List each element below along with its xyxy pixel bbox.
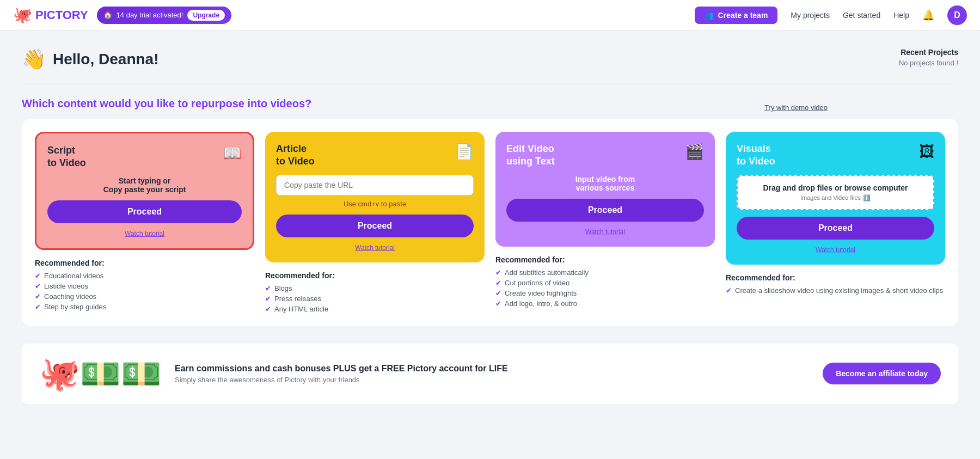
card-script-title: Script to Video: [47, 144, 86, 170]
visuals-icon: 🖼: [919, 143, 934, 161]
script-rec-section: Recommended for: ✔Educational videos ✔Li…: [35, 259, 254, 311]
card-script-to-video: Script to Video 📖 Start typing or Copy p…: [35, 132, 254, 313]
header-row: 👋 Hello, Deanna! Recent Projects No proj…: [22, 48, 958, 71]
rec-item: ✔Press releases: [265, 295, 485, 303]
trial-icon: 🏠: [103, 11, 112, 19]
visuals-rec-title: Recommended for:: [726, 273, 945, 282]
main-content: 👋 Hello, Deanna! Recent Projects No proj…: [0, 30, 980, 421]
greeting-section: 👋 Hello, Deanna!: [22, 48, 158, 71]
visuals-rec-list: ✔Create a slideshow video using existing…: [726, 286, 945, 295]
rec-item: ✔Any HTML article: [265, 305, 485, 313]
script-rec-title: Recommended for:: [35, 259, 254, 267]
notifications-icon[interactable]: 🔔: [922, 9, 934, 21]
check-icon: ✔: [265, 305, 271, 313]
script-watch-tutorial[interactable]: Watch tutorial: [47, 230, 242, 237]
wave-emoji: 👋: [22, 48, 46, 71]
edit-rec-list: ✔Add subtitles automatically ✔Cut portio…: [495, 268, 715, 308]
article-rec-section: Recommended for: ✔Blogs ✔Press releases …: [265, 271, 485, 313]
rec-item: ✔Step by step guides: [35, 303, 254, 311]
card-edit-inner: Edit Video using Text 🎬 Input video from…: [495, 132, 715, 247]
rec-item: ✔Add logo, intro, & outro: [495, 299, 715, 308]
card-article-body: Use cmd+v to paste: [276, 175, 474, 208]
card-edit-video: Edit Video using Text 🎬 Input video from…: [495, 132, 715, 313]
article-proceed-button[interactable]: Proceed: [276, 215, 474, 237]
avatar[interactable]: D: [947, 5, 967, 25]
card-edit-header: Edit Video using Text 🎬: [506, 143, 704, 168]
script-hint: Start typing or Copy paste your script: [103, 176, 186, 194]
card-edit-title: Edit Video using Text: [506, 143, 555, 168]
divider: [22, 84, 958, 84]
edit-rec-section: Recommended for: ✔Add subtitles automati…: [495, 255, 715, 308]
logo: 🐙 PICTORY: [13, 6, 88, 24]
create-team-button[interactable]: 👥 Create a team: [695, 7, 778, 24]
url-input[interactable]: [276, 175, 474, 195]
check-icon: ✔: [495, 299, 501, 308]
article-watch-tutorial[interactable]: Watch tutorial: [276, 244, 474, 252]
check-icon: ✔: [495, 268, 501, 277]
card-script-header: Script to Video 📖: [47, 144, 242, 170]
check-icon: ✔: [35, 303, 41, 311]
edit-icon: 🎬: [685, 143, 704, 161]
article-rec-title: Recommended for:: [265, 271, 485, 280]
recent-projects: Recent Projects No projects found !: [899, 48, 958, 67]
nav-left: 🐙 PICTORY 🏠 14 day trial activated! Upgr…: [13, 6, 231, 24]
rec-item: ✔Create video highlights: [495, 289, 715, 297]
card-visuals-inner: Visuals to Video 🖼 Drag and drop files o…: [726, 132, 945, 265]
logo-text: PICTORY: [35, 8, 88, 22]
rec-item: ✔Listicle videos: [35, 282, 254, 290]
affiliate-title: Earn commissions and cash bonuses PLUS g…: [175, 364, 810, 374]
url-hint: Use cmd+v to paste: [344, 200, 406, 208]
card-script-body: Start typing or Copy paste your script: [47, 176, 242, 194]
trial-badge: 🏠 14 day trial activated! Upgrade: [97, 7, 232, 24]
help-link[interactable]: Help: [893, 11, 909, 20]
script-proceed-button[interactable]: Proceed: [47, 200, 242, 223]
affiliate-mascot: 🐙💵💵: [39, 354, 162, 393]
visuals-watch-tutorial[interactable]: Watch tutorial: [737, 246, 934, 254]
cards-grid: Script to Video 📖 Start typing or Copy p…: [35, 132, 945, 313]
trial-label: 14 day trial activated!: [117, 11, 183, 19]
my-projects-link[interactable]: My projects: [791, 11, 830, 20]
greeting-text: Hello, Deanna!: [53, 51, 158, 68]
rec-item: ✔Educational videos: [35, 272, 254, 280]
article-rec-list: ✔Blogs ✔Press releases ✔Any HTML article: [265, 284, 485, 313]
demo-video-link[interactable]: Try with demo video: [764, 103, 828, 112]
create-team-label: Create a team: [718, 11, 768, 20]
card-visuals-header: Visuals to Video 🖼: [737, 143, 934, 168]
affiliate-subtitle: Simply share the awesomeness of Pictory …: [175, 376, 810, 384]
rec-item: ✔Blogs: [265, 284, 485, 292]
visuals-proceed-button[interactable]: Proceed: [737, 217, 934, 240]
card-article-header: Article to Video 📄: [276, 143, 474, 168]
script-icon: 📖: [223, 144, 242, 162]
rec-item: ✔Cut portions of video: [495, 279, 715, 287]
script-rec-list: ✔Educational videos ✔Listicle videos ✔Co…: [35, 272, 254, 311]
edit-hint: Input video from various sources: [575, 175, 635, 192]
affiliate-text: Earn commissions and cash bonuses PLUS g…: [175, 364, 810, 384]
card-article-to-video: Article to Video 📄 Use cmd+v to paste Pr…: [265, 132, 485, 313]
cards-outer: Try with demo video Script to Video 📖 St…: [22, 119, 958, 326]
card-script-inner: Script to Video 📖 Start typing or Copy p…: [35, 132, 254, 250]
edit-proceed-button[interactable]: Proceed: [506, 199, 704, 222]
check-icon: ✔: [726, 286, 732, 295]
affiliate-button[interactable]: Become an affiliate today: [823, 363, 941, 384]
drop-zone-text: Drag and drop files or browse computer: [745, 183, 926, 192]
check-icon: ✔: [35, 272, 41, 280]
create-team-icon: 👥: [705, 11, 714, 20]
card-edit-body: Input video from various sources: [506, 175, 704, 192]
rec-item: ✔Create a slideshow video using existing…: [726, 286, 945, 295]
card-visuals-title: Visuals to Video: [737, 143, 775, 168]
logo-icon: 🐙: [13, 6, 32, 24]
check-icon: ✔: [495, 279, 501, 287]
affiliate-banner: 🐙💵💵 Earn commissions and cash bonuses PL…: [22, 344, 958, 404]
navbar: 🐙 PICTORY 🏠 14 day trial activated! Upgr…: [0, 0, 980, 30]
visuals-rec-section: Recommended for: ✔Create a slideshow vid…: [726, 273, 945, 295]
edit-rec-title: Recommended for:: [495, 255, 715, 264]
check-icon: ✔: [35, 292, 41, 301]
drop-zone[interactable]: Drag and drop files or browse computer I…: [737, 175, 934, 210]
edit-watch-tutorial[interactable]: Watch tutorial: [506, 228, 704, 236]
get-started-link[interactable]: Get started: [843, 11, 880, 20]
card-article-title: Article to Video: [276, 143, 315, 168]
card-visuals-to-video: Visuals to Video 🖼 Drag and drop files o…: [726, 132, 945, 313]
upgrade-button[interactable]: Upgrade: [187, 10, 225, 21]
check-icon: ✔: [495, 289, 501, 297]
rec-item: ✔Add subtitles automatically: [495, 268, 715, 277]
